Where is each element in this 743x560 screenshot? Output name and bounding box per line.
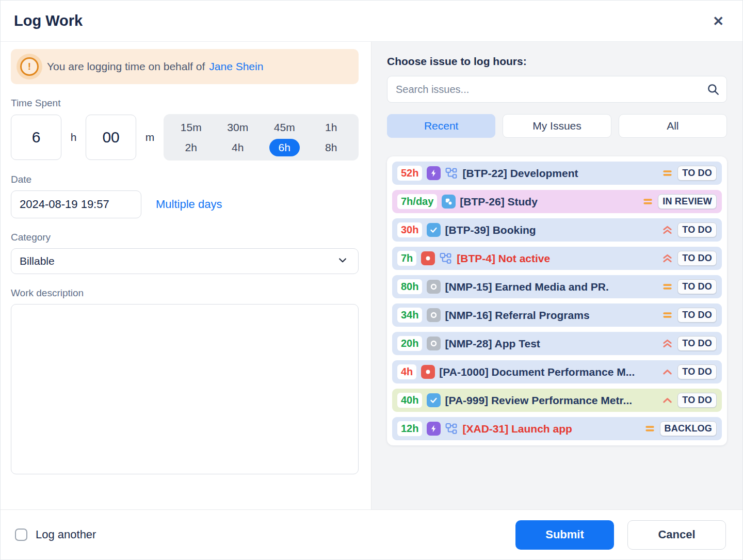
- bug-icon: [421, 365, 435, 379]
- epic-icon: [427, 422, 441, 436]
- submit-button[interactable]: Submit: [515, 520, 614, 550]
- log-another-toggle[interactable]: Log another: [15, 528, 96, 541]
- cancel-button[interactable]: Cancel: [627, 520, 726, 550]
- category-select[interactable]: Billable: [11, 248, 359, 274]
- category-value: Billable: [20, 255, 55, 267]
- log-work-dialog: Log Work ✕ ! You are logging time on beh…: [0, 0, 743, 560]
- quick-time-option-45m[interactable]: 45m: [265, 119, 304, 136]
- on-behalf-banner: ! You are logging time on behalf ofJane …: [11, 49, 359, 84]
- issue-row[interactable]: 20h [NMP-28] App Test TO DO: [392, 332, 722, 355]
- search-issues-input[interactable]: [387, 76, 727, 103]
- search-icon[interactable]: [706, 83, 720, 98]
- logged-time-badge: 30h: [397, 222, 422, 237]
- tab-recent[interactable]: Recent: [387, 114, 495, 138]
- priority-medium-icon: [642, 196, 654, 207]
- logged-time-badge: 34h: [397, 308, 422, 323]
- hierarchy-icon: [445, 167, 458, 180]
- tab-my-issues[interactable]: My Issues: [503, 114, 611, 138]
- status-badge: IN REVIEW: [658, 194, 717, 209]
- close-icon[interactable]: ✕: [713, 14, 724, 28]
- quick-time-option-30m[interactable]: 30m: [218, 119, 257, 136]
- time-quick-options: 15m30m45m1h2h4h6h8h: [164, 114, 359, 161]
- issue-title: [PA-1000] Document Performance M...: [439, 366, 657, 378]
- dialog-header: Log Work ✕: [1, 1, 742, 42]
- issue-title: [PA-999] Review Performance Metr...: [445, 394, 657, 407]
- logged-time-badge: 4h: [397, 364, 416, 379]
- date-input[interactable]: [11, 190, 141, 218]
- quick-time-option-1h[interactable]: 1h: [316, 119, 346, 136]
- status-badge: TO DO: [677, 222, 717, 237]
- task-icon: [427, 393, 441, 407]
- issue-row[interactable]: 7h/day [BTP-26] Study IN REVIEW: [392, 190, 722, 213]
- status-badge: TO DO: [677, 251, 717, 266]
- issue-row[interactable]: 34h [NMP-16] Referral Programs TO DO: [392, 303, 722, 327]
- quick-time-option-6h[interactable]: 6h: [269, 139, 300, 156]
- work-description-input[interactable]: [11, 304, 359, 474]
- priority-medium-icon: [661, 167, 673, 179]
- issue-row[interactable]: 40h [PA-999] Review Performance Metr... …: [392, 389, 722, 412]
- logged-time-badge: 7h: [397, 251, 416, 266]
- log-another-checkbox[interactable]: [15, 529, 27, 541]
- minutes-unit-label: m: [146, 131, 155, 143]
- issue-row[interactable]: 4h [PA-1000] Document Performance M... T…: [392, 360, 722, 383]
- issue-row[interactable]: 80h [NMP-15] Earned Media and PR. TO DO: [392, 275, 722, 298]
- status-badge: TO DO: [677, 279, 717, 294]
- date-label: Date: [11, 174, 359, 185]
- work-description-label: Work description: [11, 287, 359, 299]
- status-badge: TO DO: [677, 364, 717, 379]
- issue-title: [NMP-28] App Test: [445, 338, 657, 350]
- status-badge: TO DO: [677, 336, 717, 351]
- issue-picker-panel: Choose issue to log hours: RecentMy Issu…: [371, 42, 742, 509]
- issue-title: [NMP-16] Referral Programs: [445, 309, 657, 322]
- time-spent-label: Time Spent: [11, 98, 359, 109]
- issue-row[interactable]: 52h [BTP-22] Development TO DO: [392, 162, 722, 185]
- logged-time-badge: 20h: [397, 336, 422, 351]
- tab-all[interactable]: All: [619, 114, 727, 138]
- quick-time-option-8h[interactable]: 8h: [316, 139, 346, 156]
- ring-icon: [427, 280, 441, 294]
- quick-time-option-2h[interactable]: 2h: [176, 139, 206, 156]
- logged-time-badge: 52h: [397, 166, 422, 181]
- status-badge: TO DO: [677, 308, 717, 323]
- logged-time-badge: 12h: [397, 421, 422, 436]
- issue-title: [BTP-26] Study: [460, 196, 638, 208]
- issue-title: [BTP-22] Development: [462, 167, 657, 180]
- priority-high-icon: [661, 394, 673, 406]
- hierarchy-icon: [439, 252, 452, 265]
- bug-icon: [421, 251, 435, 265]
- issue-title: [BTP-39] Booking: [445, 224, 657, 236]
- alert-icon: !: [20, 57, 39, 76]
- priority-medium-icon: [661, 281, 673, 293]
- status-badge: TO DO: [677, 166, 717, 181]
- task-icon: [427, 223, 441, 237]
- epic-icon: [427, 166, 441, 180]
- priority-medium-icon: [661, 309, 673, 321]
- ring-icon: [427, 337, 441, 350]
- issue-title: [XAD-31] Launch app: [462, 423, 639, 435]
- category-label: Category: [11, 232, 359, 243]
- multiple-days-link[interactable]: Multiple days: [156, 198, 222, 211]
- issue-row[interactable]: 12h [XAD-31] Launch app BACKLOG: [392, 417, 722, 440]
- logged-time-badge: 7h/day: [397, 194, 437, 209]
- ring-icon: [427, 308, 441, 322]
- priority-highest-icon: [661, 252, 673, 264]
- minutes-input[interactable]: [86, 115, 136, 160]
- subtask-icon: [442, 195, 456, 209]
- log-form-panel: ! You are logging time on behalf ofJane …: [1, 42, 371, 509]
- status-badge: BACKLOG: [660, 421, 717, 436]
- issue-row[interactable]: 30h [BTP-39] Booking TO DO: [392, 218, 722, 242]
- issue-row[interactable]: 7h [BTP-4] Not active TO DO: [392, 247, 722, 270]
- banner-user-link[interactable]: Jane Shein: [209, 60, 263, 72]
- quick-time-option-4h[interactable]: 4h: [222, 139, 253, 156]
- logged-time-badge: 40h: [397, 393, 422, 408]
- priority-highest-icon: [661, 224, 673, 236]
- chevron-down-icon: [337, 255, 348, 267]
- quick-time-option-15m[interactable]: 15m: [171, 119, 211, 136]
- priority-high-icon: [661, 366, 673, 378]
- choose-issue-heading: Choose issue to log hours:: [387, 55, 727, 68]
- dialog-title: Log Work: [14, 12, 83, 29]
- banner-text: You are logging time on behalf of: [47, 60, 205, 72]
- priority-medium-icon: [644, 423, 656, 435]
- hours-input[interactable]: [11, 115, 61, 160]
- priority-highest-icon: [661, 338, 673, 349]
